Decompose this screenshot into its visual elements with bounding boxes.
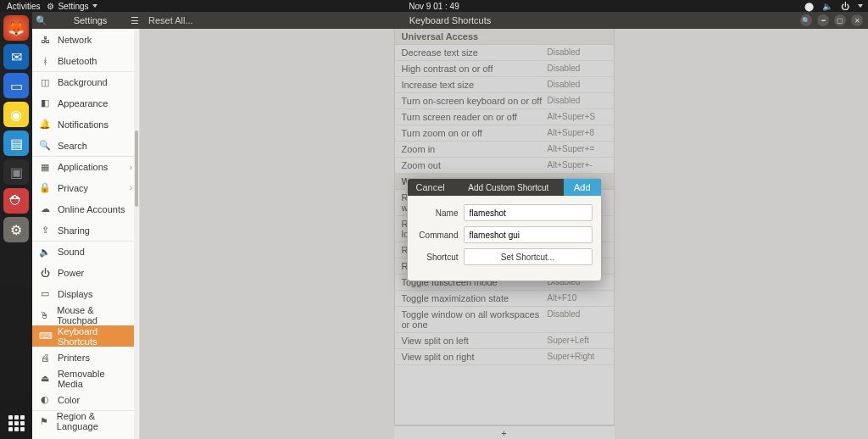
scrollbar-thumb[interactable] <box>135 131 138 207</box>
sidebar-icon: 🖧 <box>39 35 51 45</box>
power-icon: ⏻ <box>841 2 849 11</box>
sidebar-item-label: Bluetooth <box>58 56 97 66</box>
sidebar-item-label: Displays <box>58 289 93 299</box>
sidebar-icon: ⌨ <box>39 331 51 342</box>
add-button[interactable]: Add <box>564 179 601 196</box>
sidebar-icon: 🔒 <box>39 182 51 193</box>
settings-title: Settings <box>51 15 130 25</box>
sidebar-item-power[interactable]: ⏻Power <box>32 262 139 283</box>
sidebar-item-label: Sound <box>58 247 85 257</box>
gear-icon: ⚙ <box>47 2 54 11</box>
sidebar-item-label: Search <box>58 141 87 151</box>
cancel-button[interactable]: Cancel <box>408 182 453 192</box>
window-maximize-icon[interactable]: ▢ <box>834 14 846 26</box>
set-shortcut-button[interactable]: Set Shortcut... <box>464 248 593 265</box>
show-applications-button[interactable] <box>3 410 29 436</box>
hamburger-menu[interactable]: ☰ <box>130 15 140 26</box>
dock-app-files[interactable]: ▭ <box>3 73 29 98</box>
sidebar-item-label: Privacy <box>58 183 88 193</box>
sidebar-item-label: Removable Media <box>58 369 132 389</box>
sidebar-item-keyboard-shortcuts[interactable]: ⌨Keyboard Shortcuts <box>32 325 139 347</box>
dock-app-texteditor[interactable]: ▤ <box>3 131 29 156</box>
sidebar-item-label: Keyboard Shortcuts <box>58 326 132 347</box>
settings-panel: Universal AccessDecrease text sizeDisabl… <box>140 29 868 439</box>
sidebar-icon: ◐ <box>39 394 51 405</box>
sidebar-icon: 🔈 <box>39 247 51 258</box>
sidebar-item-label: Online Accounts <box>58 204 125 214</box>
sidebar-icon: ⚑ <box>39 416 50 427</box>
sidebar-icon: ᚼ <box>39 56 51 66</box>
settings-sidebar: 🖧NetworkᚼBluetooth◫Background◧Appearance… <box>32 29 140 439</box>
sidebar-item-sound[interactable]: 🔈Sound <box>32 241 139 262</box>
name-input[interactable] <box>464 204 593 221</box>
sidebar-item-applications[interactable]: ▦Applications› <box>32 156 139 177</box>
window-minimize-icon[interactable]: ━ <box>817 14 829 26</box>
sidebar-item-color[interactable]: ◐Color <box>32 389 139 410</box>
sidebar-item-removable-media[interactable]: ⏏Removable Media <box>32 368 139 389</box>
command-label: Command <box>416 231 459 240</box>
search-button[interactable]: 🔍 <box>32 15 51 26</box>
volume-icon: 🔈 <box>822 2 832 11</box>
sidebar-icon: 🔔 <box>39 119 51 130</box>
sidebar-icon: ◫ <box>39 77 51 88</box>
dock-app-thunderbird[interactable]: ✉ <box>3 44 29 69</box>
sidebar-icon: ◧ <box>39 97 51 108</box>
app-menu[interactable]: ⚙ Settings <box>47 2 97 11</box>
shortcut-label: Shortcut <box>416 253 459 262</box>
sidebar-item-displays[interactable]: ▭Displays <box>32 283 139 304</box>
sidebar-item-label: Region & Language <box>57 411 132 431</box>
dock-app-todo[interactable]: ▣ <box>3 159 29 185</box>
dock-app-help[interactable]: ⛑ <box>3 188 29 214</box>
sidebar-icon: ☁ <box>39 203 51 214</box>
reset-all-button[interactable]: Reset All... <box>140 15 202 25</box>
sidebar-item-online-accounts[interactable]: ☁Online Accounts <box>32 198 139 220</box>
sidebar-item-bluetooth[interactable]: ᚼBluetooth <box>32 50 139 71</box>
sidebar-item-label: Applications <box>58 162 108 172</box>
clock[interactable]: Nov 9 01 : 49 <box>409 2 459 11</box>
sidebar-item-label: Printers <box>58 353 90 363</box>
sidebar-item-printers[interactable]: 🖨Printers <box>32 347 139 368</box>
dock-app-rhythmbox[interactable]: ◉ <box>3 102 29 127</box>
sidebar-item-label: Appearance <box>58 98 108 108</box>
sidebar-item-label: Background <box>58 77 108 87</box>
sidebar-item-background[interactable]: ◫Background <box>32 71 139 92</box>
name-label: Name <box>416 208 459 218</box>
ubuntu-dock: 🦊 ✉ ▭ ◉ ▤ ▣ ⛑ ⚙ <box>0 12 32 439</box>
sidebar-icon: ⏻ <box>39 268 51 278</box>
dialog-title: Add Custom Shortcut <box>453 183 564 192</box>
dock-app-firefox[interactable]: 🦊 <box>3 15 29 41</box>
headerbar: 🔍 Settings ☰ Reset All... Keyboard Short… <box>32 12 868 29</box>
chevron-down-icon <box>858 4 863 8</box>
sidebar-icon: ▦ <box>39 162 51 173</box>
sidebar-item-label: Sharing <box>58 225 90 236</box>
system-status-area[interactable]: ⬤ 🔈 ⏻ <box>804 2 863 11</box>
add-custom-shortcut-dialog: Cancel Add Custom Shortcut Add Name Comm… <box>407 178 602 281</box>
sidebar-icon: 🖱 <box>39 310 50 320</box>
gnome-top-bar: Activities ⚙ Settings Nov 9 01 : 49 ⬤ 🔈 … <box>0 0 868 12</box>
sidebar-item-notifications[interactable]: 🔔Notifications <box>32 114 139 135</box>
sidebar-item-label: Mouse & Touchpad <box>57 305 132 325</box>
window-close-icon[interactable]: ✕ <box>851 14 863 26</box>
window-search-icon[interactable]: 🔍 <box>800 14 812 26</box>
sidebar-item-privacy[interactable]: 🔒Privacy› <box>32 177 139 198</box>
sidebar-item-network[interactable]: 🖧Network <box>32 29 139 50</box>
sidebar-item-appearance[interactable]: ◧Appearance <box>32 92 139 114</box>
dock-app-settings[interactable]: ⚙ <box>3 217 29 242</box>
sidebar-icon: 🔍 <box>39 140 51 151</box>
sidebar-item-sharing[interactable]: ⇪Sharing <box>32 220 139 241</box>
sidebar-item-mouse-touchpad[interactable]: 🖱Mouse & Touchpad <box>32 304 139 325</box>
chevron-right-icon: › <box>130 163 132 172</box>
sidebar-item-region-language[interactable]: ⚑Region & Language <box>32 410 139 431</box>
scrollbar-track[interactable] <box>134 29 139 439</box>
activities-button[interactable]: Activities <box>7 2 40 11</box>
sidebar-item-search[interactable]: 🔍Search <box>32 135 139 156</box>
sidebar-icon: 🖨 <box>39 353 51 363</box>
page-title: Keyboard Shortcuts <box>409 15 492 25</box>
sidebar-icon: ⇪ <box>39 225 51 236</box>
chevron-right-icon: › <box>130 183 132 192</box>
command-input[interactable] <box>464 226 593 243</box>
sidebar-item-label: Notifications <box>58 119 108 130</box>
sidebar-item-label: Network <box>58 35 92 45</box>
sidebar-item-label: Power <box>58 268 84 278</box>
sidebar-icon: ▭ <box>39 288 51 299</box>
